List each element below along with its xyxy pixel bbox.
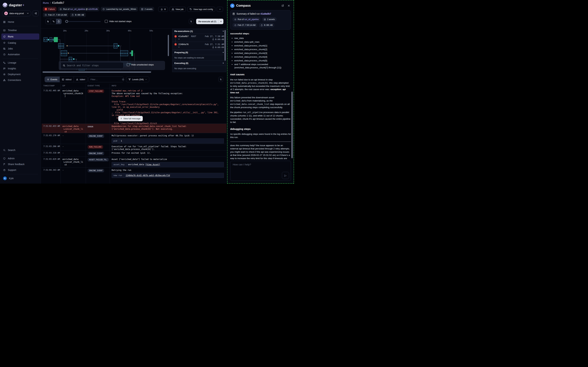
sidebar-item-timeline[interactable]: Timeline <box>0 27 41 33</box>
table-row[interactable]: 7:31:03.266 AM - RUN_FAILURE Execution o… <box>42 144 226 150</box>
table-row-error[interactable]: 7:31:02.433 AM enriched_data↳concat_chun… <box>42 124 226 133</box>
reexecutions-scrollbar[interactable] <box>225 30 226 61</box>
compass-summary-body: successful steps: raw_data enriched_data… <box>230 32 291 159</box>
panel-sort-button[interactable]: ⇅ <box>189 19 193 24</box>
preparing-section-header[interactable]: Preparing (0)▼ <box>172 50 226 55</box>
table-row[interactable]: 7:31:03.318 AM - ENGINE_EVENT Process fo… <box>42 150 226 157</box>
view-job-button[interactable]: View job <box>170 7 186 12</box>
reexecution-run-row[interactable]: ! 41a9a0b7 ROOT Feb 27, 7:30 AM * 0:00:4… <box>172 34 226 42</box>
run-of-chip[interactable]: Run of run_etl_pipeline <box>232 17 260 22</box>
view-asset-link[interactable]: [View Asset] <box>145 163 160 166</box>
compass-scrollbar[interactable] <box>291 92 293 158</box>
sidebar-item-admin[interactable]: Admin <box>0 156 41 161</box>
open-in-new-button[interactable] <box>280 3 285 8</box>
run-id[interactable]: 41a9a0b7 <box>178 35 188 38</box>
step-dot <box>130 52 131 54</box>
assets-grid-icon <box>141 8 144 10</box>
workspace-switcher[interactable]: D data-eng-prod <box>2 10 31 16</box>
gantt-step-bar[interactable] <box>120 50 128 56</box>
sidebar-item-search[interactable]: Search <box>0 147 41 153</box>
sidebar-collapse-button[interactable] <box>33 10 39 16</box>
gantt-vertical-scrollbar[interactable] <box>168 35 169 56</box>
step-search-input[interactable] <box>67 64 121 67</box>
tab-stderr[interactable]: stderr <box>74 77 87 82</box>
list-item: enriched_data.process_chunk[2] <box>234 48 291 51</box>
gantt-step-bar[interactable] <box>43 37 47 42</box>
assets-chip[interactable]: 2 assets <box>262 17 277 22</box>
compass-chat-input[interactable] <box>233 163 288 173</box>
summary-run-id[interactable]: 41a9a0b7 <box>260 12 271 15</box>
root-causes-paragraph: this failure prevented the downstream as… <box>230 96 291 109</box>
sidebar-item-share-feedback[interactable]: Share feedback <box>0 161 41 167</box>
reexecution-run-row[interactable]: ! 22484a76 Feb 27, 7:31 AM * 0:00:09 <box>172 42 226 50</box>
zoom-slider[interactable] <box>65 21 101 22</box>
view-timed-button[interactable] <box>56 19 61 24</box>
sidebar-item-connections[interactable]: Connections <box>0 77 41 83</box>
user-menu[interactable]: K Kyle <box>0 175 41 181</box>
tab-events[interactable]: Events <box>45 77 60 82</box>
sidebar-item-lineage[interactable]: Lineage <box>0 60 41 66</box>
view-tags-config-button[interactable]: View tags and config <box>187 7 215 12</box>
table-row[interactable]: 7:31:04.343 AM - ENGINE_EVENT Retrying t… <box>42 167 226 184</box>
catalog-icon <box>3 42 6 44</box>
alerts-button[interactable]: 0 <box>158 7 168 12</box>
send-button[interactable]: ▷ <box>282 172 289 179</box>
executing-section-header[interactable]: Executing (0)▼ <box>172 60 226 66</box>
run-id[interactable]: 22484a76 <box>178 43 188 46</box>
hide-not-started-checkbox[interactable] <box>105 20 108 23</box>
view-waterfall-button[interactable] <box>51 19 56 24</box>
sidebar-item-home[interactable]: Home <box>0 19 41 25</box>
breadcrumb-runs-link[interactable]: Runs <box>43 1 49 4</box>
levels-dropdown[interactable]: Levels (5/6) <box>126 76 149 82</box>
assets-chip[interactable]: 2 assets <box>139 7 154 11</box>
sidebar-item-deployment[interactable]: Deployment <box>0 71 41 77</box>
col-event-type: EVENT TYPE <box>86 84 110 88</box>
sidebar-item-jobs[interactable]: Jobs <box>0 46 41 51</box>
close-button[interactable] <box>287 3 291 8</box>
gantt-step-bar[interactable] <box>58 43 64 49</box>
reexecute-dropdown[interactable]: ▼ <box>218 19 223 24</box>
brand-logo[interactable]: dagster+ <box>0 2 41 8</box>
hide-unselected-checkbox[interactable] <box>127 63 130 66</box>
log-sort-button[interactable]: ⇅ <box>218 77 223 82</box>
pipeline-link[interactable]: run_etl_pipeline <box>244 18 259 21</box>
assets-grid-icon <box>264 18 266 21</box>
sidebar-item-catalog[interactable]: Catalog <box>0 40 41 46</box>
run-of-chip[interactable]: Run of run_etl_pipeline @ e2c051db <box>58 7 99 11</box>
table-header: TIMESTAMP OP EVENT TYPE INFO <box>42 84 226 88</box>
clear-filter-icon[interactable] <box>122 78 124 81</box>
log-filter-box[interactable] <box>88 76 124 82</box>
divider <box>3 58 38 59</box>
zoom-slider-thumb[interactable] <box>65 20 68 23</box>
reexecutions-header[interactable]: Re-executions (1)▼ <box>172 29 226 34</box>
log-filter-input[interactable] <box>91 78 120 81</box>
gantt-step-bar[interactable] <box>61 50 67 56</box>
sidebar-item-automation[interactable]: Automation <box>0 51 41 57</box>
gantt-step-bar[interactable] <box>50 37 52 42</box>
reexecute-all-button[interactable]: Re-execute all (*) ▼ <box>196 19 223 24</box>
col-info: INFO <box>110 84 226 88</box>
gantt-step-bar-success[interactable] <box>131 50 133 56</box>
sidebar-item-runs[interactable]: Runs <box>1 33 39 40</box>
commit-link[interactable]: e2c051db <box>88 8 98 10</box>
gantt-step-bar[interactable] <box>114 43 117 49</box>
tab-stdout[interactable]: stdout <box>60 77 74 82</box>
step-search-box[interactable] <box>60 62 124 69</box>
event-type-badge: ASSET_FAILED_TO… <box>88 158 109 161</box>
col-op: OP <box>61 84 86 88</box>
sidebar-item-support[interactable]: Support <box>0 167 41 173</box>
view-full-message-button[interactable]: ⇕ View full message <box>118 116 143 121</box>
compass-chat-box[interactable]: ▷ <box>230 161 291 181</box>
launched-by-chip[interactable]: Launched by run_assets_30min <box>101 7 138 11</box>
sidebar-item-insights[interactable]: Insights <box>0 66 41 71</box>
new-run-link[interactable]: 22484a76-dcd2-487b-aeb3-db3bece6cf2d <box>126 174 170 177</box>
dotted-trail <box>75 59 77 59</box>
table-row[interactable]: 7:31:03.629 AM enriched_data↳concat_chun… <box>42 157 226 167</box>
gantt-step-bar-success[interactable] <box>54 37 58 42</box>
pipeline-link[interactable]: run_etl_pipeline <box>70 8 85 10</box>
gantt-horizontal-scrollbar[interactable] <box>43 71 151 73</box>
table-row[interactable]: 7:31:03.170 AM - ENGINE_EVENT Multiproce… <box>42 133 226 144</box>
view-flat-button[interactable] <box>46 19 51 24</box>
chevron-down-icon: ▼ <box>222 30 224 32</box>
header-more-button[interactable] <box>217 7 223 12</box>
